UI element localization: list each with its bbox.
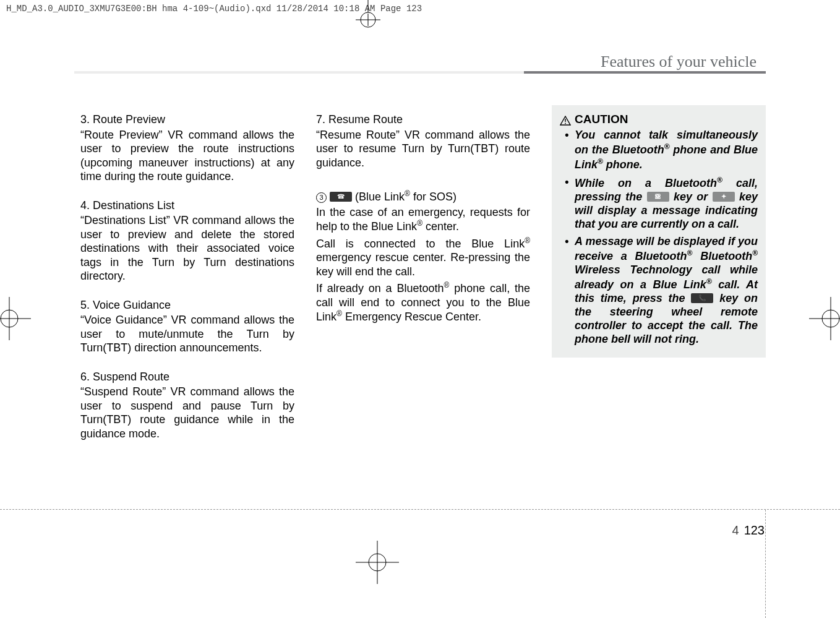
section-rule xyxy=(74,71,766,74)
warning-triangle-icon xyxy=(560,114,571,124)
assist-key-icon: ✦ xyxy=(713,192,735,202)
para-suspend-route: “Suspend Route” VR command allows the us… xyxy=(80,385,294,440)
sos-key-icon: ☎ xyxy=(330,192,352,202)
para-sos-3: If already on a Bluetooth® phone call, t… xyxy=(316,281,530,324)
sos-label-b: for SOS) xyxy=(410,191,456,203)
reg-1: ® xyxy=(405,189,410,198)
column-2: 7. Resume Route “Resume Route” VR comman… xyxy=(316,105,530,443)
para-voice-guidance: “Voice Guidance” VR command allows the u… xyxy=(80,313,294,355)
caution-title: CAUTION xyxy=(560,112,758,126)
trim-line-vertical xyxy=(765,510,766,618)
svg-point-6 xyxy=(565,122,566,124)
para-destinations-list: “Destinations List” VR command allows th… xyxy=(80,213,294,283)
page: 123 xyxy=(744,523,765,538)
heading-resume-route: 7. Resume Route xyxy=(316,113,530,127)
heading-suspend-route: 6. Suspend Route xyxy=(80,370,294,384)
page-number: 4 123 xyxy=(732,523,765,538)
section-title: Features of your vehicle xyxy=(601,53,756,71)
column-1: 3. Route Preview “Route Preview” VR comm… xyxy=(80,105,294,443)
registration-mark-right xyxy=(809,297,840,340)
caution-bullet-1: You cannot talk simultaneously on the Bl… xyxy=(568,129,758,172)
caution-box: CAUTION You cannot talk simultaneously o… xyxy=(552,105,766,358)
para-sos-1: In the case of an emergency, requests fo… xyxy=(316,205,530,234)
circled-3-icon: 3 xyxy=(316,192,327,203)
heading-destinations-list: 4. Destinations List xyxy=(80,199,294,213)
top-registration-mark xyxy=(349,0,387,31)
column-3: CAUTION You cannot talk simultaneously o… xyxy=(552,105,766,443)
call-accept-key-icon: 📞 xyxy=(691,293,713,303)
para-route-preview: “Route Preview” VR command allows the us… xyxy=(80,128,294,184)
chapter-number: 4 xyxy=(732,523,739,538)
caution-bullet-2: While on a Bluetooth® call, pressing the… xyxy=(568,176,758,231)
para-sos-2: Call is connected to the Blue Link® emer… xyxy=(316,236,530,279)
heading-voice-guidance: 5. Voice Guidance xyxy=(80,298,294,312)
bluelink-key-icon: 🕾 xyxy=(647,192,669,202)
para-resume-route: “Resume Route” VR command allows the use… xyxy=(316,128,530,170)
registration-mark-bottom xyxy=(356,541,399,584)
heading-sos: 3 ☎ (Blue Link® for SOS) xyxy=(316,189,530,204)
registration-mark-left xyxy=(0,297,31,340)
trim-line-horizontal xyxy=(0,509,840,510)
caution-bullet-3: A message will be displayed if you recei… xyxy=(568,235,758,346)
sos-label-a: (Blue Link xyxy=(355,191,405,203)
caution-label: CAUTION xyxy=(575,112,628,126)
heading-route-preview: 3. Route Preview xyxy=(80,113,294,127)
content-columns: 3. Route Preview “Route Preview” VR comm… xyxy=(80,105,766,443)
